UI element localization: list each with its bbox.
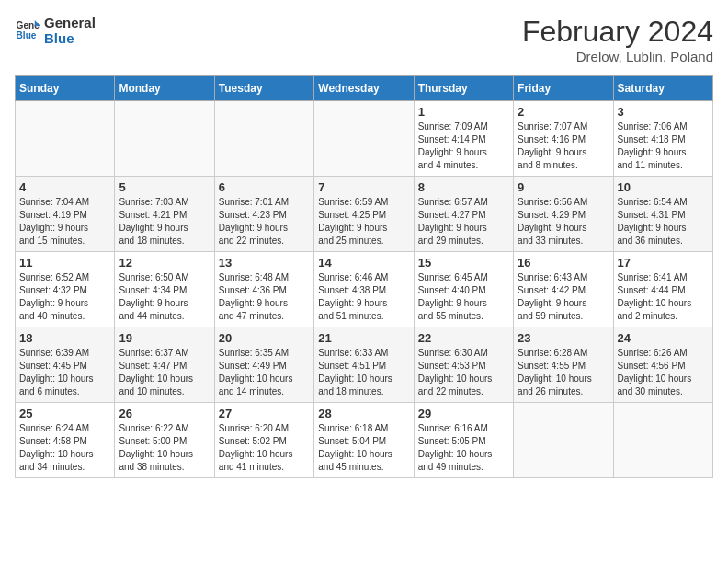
calendar-week-4: 18Sunrise: 6:39 AM Sunset: 4:45 PM Dayli… [16,327,713,403]
calendar-cell: 14Sunrise: 6:46 AM Sunset: 4:38 PM Dayli… [314,252,414,327]
day-number: 26 [119,407,210,420]
calendar-cell: 20Sunrise: 6:35 AM Sunset: 4:49 PM Dayli… [214,327,313,403]
day-number: 27 [219,407,310,420]
day-info: Sunrise: 7:01 AM Sunset: 4:23 PM Dayligh… [219,196,310,247]
header-thursday: Thursday [414,76,513,101]
day-number: 20 [219,331,310,345]
calendar-cell: 28Sunrise: 6:18 AM Sunset: 5:04 PM Dayli… [314,403,414,478]
day-number: 22 [418,331,509,345]
page-header: General Blue General Blue February 2024 … [15,15,713,64]
calendar-cell: 2Sunrise: 7:07 AM Sunset: 4:16 PM Daylig… [514,101,613,177]
day-number: 18 [19,331,110,345]
day-info: Sunrise: 6:20 AM Sunset: 5:02 PM Dayligh… [219,422,310,474]
day-number: 12 [119,256,210,270]
calendar-cell: 22Sunrise: 6:30 AM Sunset: 4:53 PM Dayli… [414,327,513,403]
calendar-cell: 7Sunrise: 6:59 AM Sunset: 4:25 PM Daylig… [314,177,414,252]
day-number: 2 [518,105,609,119]
calendar-cell: 29Sunrise: 6:16 AM Sunset: 5:05 PM Dayli… [414,403,513,478]
calendar-cell: 9Sunrise: 6:56 AM Sunset: 4:29 PM Daylig… [514,177,613,252]
calendar-cell: 17Sunrise: 6:41 AM Sunset: 4:44 PM Dayli… [613,252,712,327]
day-number: 10 [618,180,709,194]
location-subtitle: Drelow, Lublin, Poland [522,49,713,64]
day-info: Sunrise: 7:07 AM Sunset: 4:16 PM Dayligh… [518,121,609,172]
calendar-cell: 15Sunrise: 6:45 AM Sunset: 4:40 PM Dayli… [414,252,513,327]
day-number: 29 [418,407,509,420]
day-number: 17 [618,256,709,270]
calendar-cell: 13Sunrise: 6:48 AM Sunset: 4:36 PM Dayli… [214,252,313,327]
day-info: Sunrise: 6:56 AM Sunset: 4:29 PM Dayligh… [518,196,609,247]
svg-text:Blue: Blue [17,30,37,40]
day-number: 6 [219,180,310,194]
day-info: Sunrise: 6:30 AM Sunset: 4:53 PM Dayligh… [418,347,509,398]
day-info: Sunrise: 7:09 AM Sunset: 4:14 PM Dayligh… [418,121,509,172]
calendar-cell [214,101,313,177]
day-number: 28 [318,407,409,420]
day-info: Sunrise: 6:33 AM Sunset: 4:51 PM Dayligh… [318,347,409,398]
calendar-cell: 18Sunrise: 6:39 AM Sunset: 4:45 PM Dayli… [16,327,115,403]
calendar-cell: 25Sunrise: 6:24 AM Sunset: 4:58 PM Dayli… [16,403,115,478]
day-info: Sunrise: 6:57 AM Sunset: 4:27 PM Dayligh… [418,196,509,247]
title-block: February 2024 Drelow, Lublin, Poland [522,15,713,64]
calendar-cell: 26Sunrise: 6:22 AM Sunset: 5:00 PM Dayli… [115,403,214,478]
day-number: 13 [219,256,310,270]
day-info: Sunrise: 6:45 AM Sunset: 4:40 PM Dayligh… [418,271,509,323]
day-info: Sunrise: 6:37 AM Sunset: 4:47 PM Dayligh… [119,347,210,398]
day-info: Sunrise: 6:35 AM Sunset: 4:49 PM Dayligh… [219,347,310,398]
day-number: 24 [618,331,709,345]
calendar-week-1: 1Sunrise: 7:09 AM Sunset: 4:14 PM Daylig… [16,101,713,177]
calendar-cell: 27Sunrise: 6:20 AM Sunset: 5:02 PM Dayli… [214,403,313,478]
calendar-cell: 1Sunrise: 7:09 AM Sunset: 4:14 PM Daylig… [414,101,513,177]
header-wednesday: Wednesday [314,76,414,101]
day-info: Sunrise: 6:16 AM Sunset: 5:05 PM Dayligh… [418,422,509,474]
day-number: 8 [418,180,509,194]
calendar-cell [613,403,712,478]
day-info: Sunrise: 6:26 AM Sunset: 4:56 PM Dayligh… [618,347,709,398]
day-number: 23 [518,331,609,345]
calendar-cell: 5Sunrise: 7:03 AM Sunset: 4:21 PM Daylig… [115,177,214,252]
calendar-cell: 16Sunrise: 6:43 AM Sunset: 4:42 PM Dayli… [514,252,613,327]
day-info: Sunrise: 6:41 AM Sunset: 4:44 PM Dayligh… [618,271,709,323]
day-number: 21 [318,331,409,345]
header-monday: Monday [115,76,214,101]
calendar-cell [314,101,414,177]
day-info: Sunrise: 6:22 AM Sunset: 5:00 PM Dayligh… [119,422,210,474]
calendar-cell [115,101,214,177]
day-number: 4 [19,180,110,194]
logo-line2: Blue [44,30,96,46]
day-info: Sunrise: 6:43 AM Sunset: 4:42 PM Dayligh… [518,271,609,323]
day-info: Sunrise: 6:59 AM Sunset: 4:25 PM Dayligh… [318,196,409,247]
day-number: 15 [418,256,509,270]
calendar-cell: 8Sunrise: 6:57 AM Sunset: 4:27 PM Daylig… [414,177,513,252]
calendar-week-5: 25Sunrise: 6:24 AM Sunset: 4:58 PM Dayli… [16,403,713,478]
day-number: 7 [318,180,409,194]
day-number: 1 [418,105,509,119]
day-number: 25 [19,407,110,420]
calendar-table: SundayMondayTuesdayWednesdayThursdayFrid… [15,75,713,478]
day-info: Sunrise: 7:04 AM Sunset: 4:19 PM Dayligh… [19,196,110,247]
day-info: Sunrise: 6:48 AM Sunset: 4:36 PM Dayligh… [219,271,310,323]
logo-icon: General Blue [15,17,40,43]
calendar-cell: 23Sunrise: 6:28 AM Sunset: 4:55 PM Dayli… [514,327,613,403]
header-sunday: Sunday [16,76,115,101]
calendar-week-2: 4Sunrise: 7:04 AM Sunset: 4:19 PM Daylig… [16,177,713,252]
day-info: Sunrise: 6:54 AM Sunset: 4:31 PM Dayligh… [618,196,709,247]
calendar-cell: 3Sunrise: 7:06 AM Sunset: 4:18 PM Daylig… [613,101,712,177]
logo-line1: General [44,15,96,30]
day-info: Sunrise: 6:24 AM Sunset: 4:58 PM Dayligh… [19,422,110,474]
day-number: 9 [518,180,609,194]
calendar-cell [514,403,613,478]
calendar-cell: 4Sunrise: 7:04 AM Sunset: 4:19 PM Daylig… [16,177,115,252]
logo: General Blue General Blue [15,15,96,46]
calendar-cell: 6Sunrise: 7:01 AM Sunset: 4:23 PM Daylig… [214,177,313,252]
day-info: Sunrise: 7:06 AM Sunset: 4:18 PM Dayligh… [618,121,709,172]
header-friday: Friday [514,76,613,101]
day-info: Sunrise: 6:39 AM Sunset: 4:45 PM Dayligh… [19,347,110,398]
day-info: Sunrise: 6:46 AM Sunset: 4:38 PM Dayligh… [318,271,409,323]
calendar-week-3: 11Sunrise: 6:52 AM Sunset: 4:32 PM Dayli… [16,252,713,327]
day-number: 5 [119,180,210,194]
calendar-cell: 21Sunrise: 6:33 AM Sunset: 4:51 PM Dayli… [314,327,414,403]
header-saturday: Saturday [613,76,712,101]
calendar-cell: 19Sunrise: 6:37 AM Sunset: 4:47 PM Dayli… [115,327,214,403]
header-tuesday: Tuesday [214,76,313,101]
day-number: 16 [518,256,609,270]
